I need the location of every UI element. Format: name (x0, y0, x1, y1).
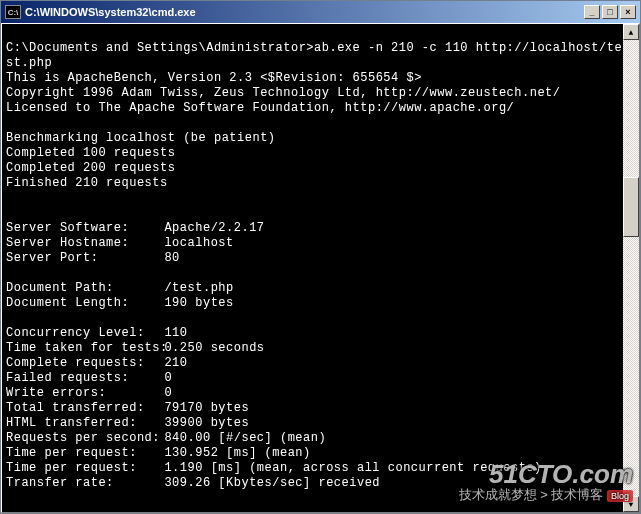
vertical-scrollbar[interactable]: ▲ ▼ (623, 24, 639, 512)
prompt-path: C:\Documents and Settings\Administrator> (6, 41, 314, 55)
finished-line: Finished 210 requests (6, 176, 168, 190)
close-button[interactable]: × (620, 5, 636, 19)
result-row: Write errors:0 (6, 386, 172, 401)
scroll-down-button[interactable]: ▼ (623, 496, 639, 512)
benchmarking-line: Benchmarking localhost (be patient) (6, 131, 276, 145)
window-title: C:\WINDOWS\system32\cmd.exe (25, 6, 582, 18)
result-row: Time per request:1.190 [ms] (mean, acros… (6, 461, 542, 476)
result-row: Server Hostname:localhost (6, 236, 234, 251)
result-row: Server Software:Apache/2.2.17 (6, 221, 265, 236)
result-row: Time taken for tests:0.250 seconds (6, 341, 265, 356)
command-text-wrap: st.php (6, 56, 52, 70)
result-row: Complete requests:210 (6, 356, 188, 371)
scroll-track[interactable] (623, 40, 639, 496)
console-client-area: C:\Documents and Settings\Administrator>… (1, 23, 640, 513)
result-row: Total transferred:79170 bytes (6, 401, 249, 416)
result-row: Server Port:80 (6, 251, 180, 266)
completed-100: Completed 100 requests (6, 146, 175, 160)
last-blank-line (6, 26, 14, 40)
command-text: ab.exe -n 210 -c 110 http://localhost/te (314, 41, 622, 55)
result-row: Requests per second:840.00 [#/sec] (mean… (6, 431, 326, 446)
titlebar[interactable]: C:\ C:\WINDOWS\system32\cmd.exe _ □ × (1, 1, 640, 23)
minimize-button[interactable]: _ (584, 5, 600, 19)
result-row: Failed requests:0 (6, 371, 172, 386)
result-row: Transfer rate:309.26 [Kbytes/sec] receiv… (6, 476, 380, 491)
scroll-thumb[interactable] (623, 177, 639, 237)
result-row: Concurrency Level:110 (6, 326, 188, 341)
result-row: Document Path:/test.php (6, 281, 234, 296)
cmd-window: C:\ C:\WINDOWS\system32\cmd.exe _ □ × C:… (0, 0, 641, 514)
console-output[interactable]: C:\Documents and Settings\Administrator>… (2, 24, 623, 512)
scroll-up-button[interactable]: ▲ (623, 24, 639, 40)
ab-header-1: This is ApacheBench, Version 2.3 <$Revis… (6, 71, 422, 85)
completed-200: Completed 200 requests (6, 161, 175, 175)
maximize-button[interactable]: □ (602, 5, 618, 19)
result-row: Document Length:190 bytes (6, 296, 234, 311)
result-row: HTML transferred:39900 bytes (6, 416, 249, 431)
ab-header-3: Licensed to The Apache Software Foundati… (6, 101, 514, 115)
ab-header-2: Copyright 1996 Adam Twiss, Zeus Technolo… (6, 86, 560, 100)
result-row: Time per request:130.952 [ms] (mean) (6, 446, 311, 461)
cmd-icon: C:\ (5, 5, 21, 19)
